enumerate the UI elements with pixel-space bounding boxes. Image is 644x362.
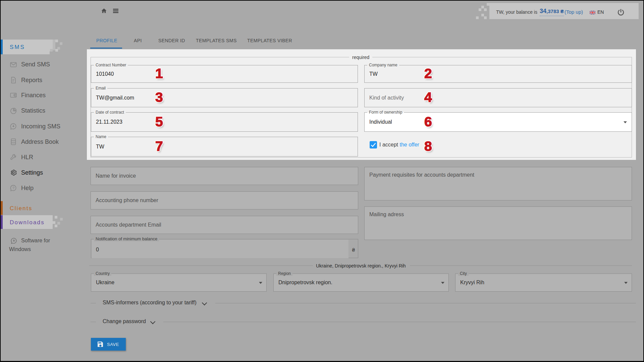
svg-text:?: ? <box>12 186 14 190</box>
